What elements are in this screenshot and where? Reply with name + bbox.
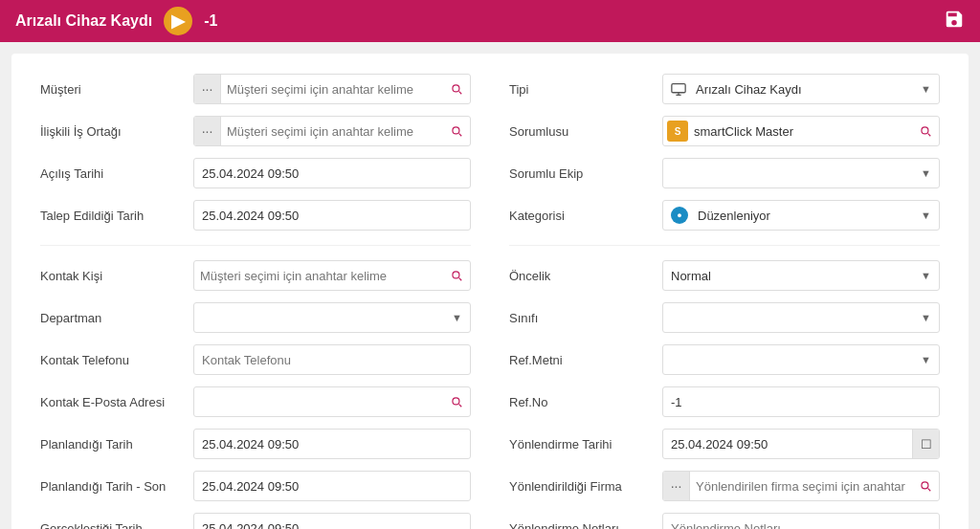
ref-metni-select[interactable]: ▼ — [662, 344, 940, 375]
tipi-select[interactable]: Arızalı Cihaz Kaydı ▼ — [662, 74, 940, 104]
iliskili-search[interactable]: ··· — [193, 116, 471, 146]
label-yonlendirme-tarihi: Yönlendirme Tarihi — [509, 437, 662, 452]
kontak-search[interactable] — [193, 260, 471, 291]
sorumlusu-value: smartClick Master — [692, 124, 912, 139]
kontak-input[interactable] — [194, 269, 443, 283]
email-search[interactable] — [193, 386, 471, 417]
kontak-tel-input[interactable] — [193, 344, 471, 375]
avatar-orange: S — [667, 121, 688, 142]
label-kontak: Kontak Kişi — [40, 269, 193, 283]
search-icon[interactable] — [443, 261, 470, 290]
gerceklesti-date[interactable]: 25.04.2024 09:50 — [193, 513, 471, 529]
label-musteri: Müşteri — [40, 82, 193, 97]
nav-arrow-button[interactable]: ▶ — [164, 7, 192, 35]
search-icon[interactable] — [912, 472, 939, 500]
record-number: -1 — [204, 12, 217, 30]
label-oncelik: Öncelik — [509, 269, 662, 283]
chevron-down-icon: ▼ — [921, 83, 931, 95]
label-sorumlusu: Sorumlusu — [509, 124, 662, 139]
label-tipi: Tipi — [509, 82, 662, 97]
dots-icon[interactable]: ··· — [194, 117, 221, 145]
label-iliskili: İlişkili İş Ortağı — [40, 124, 193, 139]
sorumlu-ekip-select[interactable]: ▼ — [662, 158, 940, 188]
yonlendirilen-firma-input[interactable] — [690, 479, 912, 494]
monitor-icon — [671, 83, 686, 96]
save-button[interactable] — [944, 9, 965, 34]
chevron-down-icon: ▼ — [452, 312, 462, 323]
yonlendirme-tarihi-field[interactable]: 25.04.2024 09:50 ☐ — [662, 429, 940, 459]
calendar-icon[interactable]: ☐ — [912, 430, 939, 458]
avatar-blue: ● — [671, 207, 688, 224]
sorumlusu-search[interactable]: S smartClick Master — [662, 116, 940, 146]
label-yonlendirme-notlari: Yönlendirme Notları — [509, 521, 662, 530]
label-ref-metni: Ref.Metni — [509, 353, 662, 367]
label-planlandi-son: Planlandığı Tarih - Son — [40, 479, 193, 494]
dots-icon[interactable]: ··· — [194, 75, 221, 103]
chevron-down-icon: ▼ — [921, 270, 931, 281]
acilis-date[interactable]: 25.04.2024 09:50 — [193, 158, 471, 188]
search-icon[interactable] — [912, 117, 939, 145]
search-icon[interactable] — [443, 387, 470, 416]
chevron-down-icon: ▼ — [921, 209, 931, 221]
planlandi-date[interactable]: 25.04.2024 09:50 — [193, 429, 471, 459]
email-input[interactable] — [194, 395, 443, 409]
kategorisi-value: Düzenleniyor — [698, 209, 770, 223]
oncelik-select[interactable]: Normal ▼ — [662, 260, 940, 291]
departman-select[interactable]: ▼ — [193, 302, 471, 333]
label-talep: Talep Edildiği Tarih — [40, 209, 193, 223]
label-departman: Departman — [40, 311, 193, 325]
yonlendirme-tarihi-value: 25.04.2024 09:50 — [663, 437, 912, 452]
svg-rect-0 — [672, 83, 685, 92]
label-sorumlu-ekip: Sorumlu Ekip — [509, 166, 662, 181]
search-icon[interactable] — [443, 75, 470, 103]
label-ref-no: Ref.No — [509, 395, 662, 409]
musteri-search[interactable]: ··· — [193, 74, 471, 104]
yonlendirilen-firma-search[interactable]: ··· — [662, 471, 940, 501]
sinifi-select[interactable]: ▼ — [662, 302, 940, 333]
talep-date[interactable]: 25.04.2024 09:50 — [193, 200, 471, 231]
search-icon[interactable] — [443, 117, 470, 145]
label-planlandi: Planlandığı Tarih — [40, 437, 193, 452]
musteri-input[interactable] — [221, 82, 443, 97]
label-kategorisi: Kategorisi — [509, 209, 662, 223]
dots-icon[interactable]: ··· — [663, 472, 690, 500]
chevron-down-icon: ▼ — [921, 312, 931, 323]
ref-no-input[interactable] — [662, 386, 940, 417]
tipi-value: Arızalı Cihaz Kaydı — [696, 82, 802, 97]
planlandi-son-date[interactable]: 25.04.2024 09:50 — [193, 471, 471, 501]
page-title: Arızalı Cihaz Kaydı — [15, 12, 152, 30]
label-gerceklesti: Gerçekleştiği Tarih — [40, 521, 193, 530]
label-acilis: Açılış Tarihi — [40, 166, 193, 181]
chevron-down-icon: ▼ — [921, 167, 931, 179]
yonlendirme-notlari-input[interactable] — [662, 513, 940, 529]
label-yonlendirilen-firma: Yönlendirildiği Firma — [509, 479, 662, 494]
label-kontak-tel: Kontak Telefonu — [40, 353, 193, 367]
topbar: Arızalı Cihaz Kaydı ▶ -1 — [0, 0, 980, 42]
chevron-down-icon: ▼ — [921, 354, 931, 365]
kategorisi-select[interactable]: ● Düzenleniyor ▼ — [662, 200, 940, 231]
label-kontak-email: Kontak E-Posta Adresi — [40, 395, 193, 409]
label-sinifi: Sınıfı — [509, 311, 662, 325]
iliskili-input[interactable] — [221, 124, 443, 139]
oncelik-value: Normal — [671, 269, 711, 283]
